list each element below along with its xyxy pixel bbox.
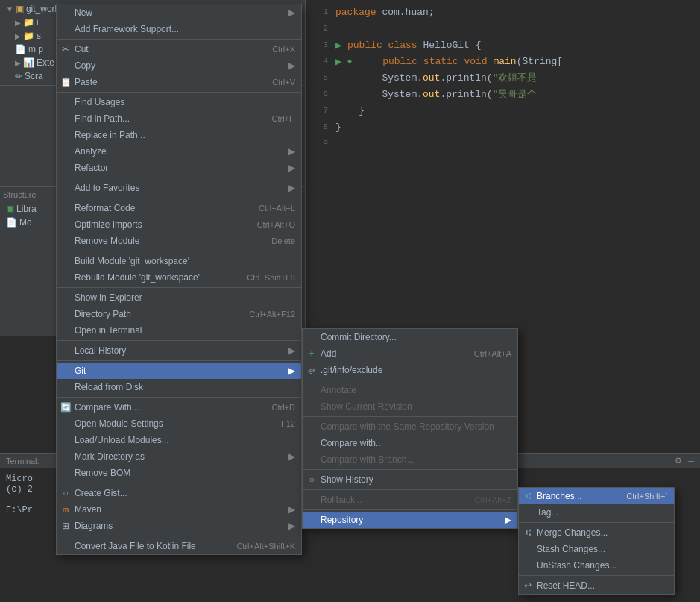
repo-label-branches: Branches... [537, 491, 582, 501]
separator-10 [57, 483, 301, 483]
code-line-9: 9 [306, 135, 700, 151]
menu-item-load-modules[interactable]: Load/Unload Modules... [57, 432, 301, 448]
menu-item-analyze[interactable]: Analyze ▶ [57, 143, 301, 160]
menu-item-local-history[interactable]: Local History ▶ [57, 342, 301, 359]
menu-label-copy: Copy [75, 60, 95, 71]
terminal-title: Terminal: [6, 457, 40, 465]
repo-menu-unstash[interactable]: UnStash Changes... [519, 557, 674, 574]
menu-item-reformat[interactable]: Reformat Code Ctrl+Alt+L [57, 200, 301, 216]
menu-item-maven[interactable]: m Maven ▶ [57, 501, 301, 518]
repo-menu-stash[interactable]: Stash Changes... [519, 541, 674, 557]
menu-label-new: New [75, 7, 92, 18]
menu-item-copy[interactable]: Copy ▶ [57, 57, 301, 74]
analyze-arrow-icon: ▶ [288, 146, 295, 157]
cut-shortcut: Ctrl+X [257, 45, 295, 54]
menu-item-module-settings[interactable]: Open Module Settings F12 [57, 416, 301, 432]
menu-label-optimize: Optimize Imports [75, 219, 142, 230]
menu-item-dir-path[interactable]: Directory Path Ctrl+Alt+F12 [57, 306, 301, 322]
paste-icon: 📋 [60, 77, 72, 87]
menu-item-remove-bom[interactable]: Remove BOM [57, 465, 301, 481]
menu-label-cut: Cut [75, 44, 89, 54]
menu-item-mark-dir[interactable]: Mark Directory as ▶ [57, 448, 301, 465]
menu-item-cut[interactable]: ✂ Cut Ctrl+X [57, 41, 301, 57]
git-menu-compare-branch: Compare with Branch... [303, 451, 517, 468]
menu-label-reformat: Reformat Code [75, 203, 135, 213]
menu-item-reload[interactable]: Reload from Disk [57, 379, 301, 395]
menu-item-add-framework[interactable]: Add Framework Support... [57, 21, 301, 37]
find-path-shortcut: Ctrl+H [257, 114, 295, 123]
git-label-annotate: Annotate [321, 385, 356, 395]
menu-label-analyze: Analyze [75, 146, 107, 157]
cut-icon: ✂ [60, 44, 72, 54]
repo-menu-branches[interactable]: ⑆ Branches... Ctrl+Shift+` [519, 488, 674, 504]
repo-label-reset: Reset HEAD... [537, 580, 595, 591]
menu-label-convert-kotlin: Convert Java File to Kotlin File [75, 541, 196, 551]
git-label-show-history: Show History [321, 474, 373, 485]
menu-item-open-terminal[interactable]: Open in Terminal [57, 322, 301, 339]
git-label-show-revision: Show Current Revision [321, 401, 412, 412]
menu-item-create-gist[interactable]: ○ Create Gist... [57, 485, 301, 501]
module-label: Mo [19, 217, 32, 228]
git-label-rollback: Rollback... [321, 495, 362, 505]
menu-label-mark-dir: Mark Directory as [75, 451, 145, 462]
repo-menu-tag[interactable]: Tag... [519, 504, 674, 521]
menu-item-rebuild-module[interactable]: Rebuild Module 'git_workspace' Ctrl+Shif… [57, 269, 301, 286]
menu-label-find-path: Find in Path... [75, 113, 130, 124]
repo-menu-merge[interactable]: ⑆ Merge Changes... [519, 524, 674, 541]
menu-item-git[interactable]: Git ▶ [57, 363, 301, 379]
tree-label-s: s [37, 31, 41, 41]
menu-item-diagrams[interactable]: ⊞ Diagrams ▶ [57, 518, 301, 534]
menu-item-build-module[interactable]: Build Module 'git_workspace' [57, 253, 301, 269]
git-menu-annotate: Annotate [303, 382, 517, 398]
menu-item-compare-with[interactable]: 🔄 Compare With... Ctrl+D [57, 399, 301, 416]
separator-2 [57, 92, 301, 93]
menu-label-dir-path: Directory Path [75, 309, 131, 319]
menu-label-remove-bom: Remove BOM [75, 468, 130, 478]
git-menu-show-revision: Show Current Revision [303, 398, 517, 415]
git-menu-show-history[interactable]: ○ Show History [303, 471, 517, 488]
branches-icon: ⑆ [522, 491, 534, 501]
optimize-shortcut: Ctrl+Alt+O [242, 220, 295, 229]
menu-item-new[interactable]: New ▶ [57, 4, 301, 21]
git-label-compare-same: Compare with the Same Repository Version [321, 421, 494, 432]
menu-label-compare-with: Compare With... [75, 402, 139, 413]
gear-icon[interactable]: ⚙ [675, 456, 682, 465]
compare-shortcut: Ctrl+D [257, 403, 295, 412]
file-icon-mp: 📄 [15, 44, 26, 54]
bookmark-icon-4: ◆ [347, 57, 356, 66]
git-separator-1 [303, 380, 517, 380]
menu-item-show-explorer[interactable]: Show in Explorer [57, 289, 301, 306]
menu-item-add-favorites[interactable]: Add to Favorites ▶ [57, 180, 301, 196]
code-line-7: 7 } [306, 102, 700, 119]
code-line-2: 2 [306, 20, 700, 37]
code-line-6: 6 System.out.println("昊哥是个 [306, 86, 700, 102]
menu-item-convert-kotlin[interactable]: Convert Java File to Kotlin File Ctrl+Al… [57, 538, 301, 554]
separator-9 [57, 397, 301, 398]
git-menu-compare-with[interactable]: Compare with... [303, 435, 517, 451]
git-menu-gitinfo[interactable]: .git .git/info/exclude [303, 362, 517, 378]
menu-item-replace-path[interactable]: Replace in Path... [57, 127, 301, 143]
rebuild-shortcut: Ctrl+Shift+F9 [232, 273, 295, 282]
menu-label-diagrams: Diagrams [75, 521, 113, 531]
git-separator-3 [303, 469, 517, 470]
repo-label-merge: Merge Changes... [537, 527, 608, 538]
separator-1 [57, 39, 301, 40]
terminal-actions: ⚙ ─ [675, 456, 694, 465]
menu-item-paste[interactable]: 📋 Paste Ctrl+V [57, 74, 301, 90]
repo-menu-reset[interactable]: ↩ Reset HEAD... [519, 577, 674, 594]
git-menu-commit[interactable]: Commit Directory... [303, 329, 517, 345]
menu-item-find-usages[interactable]: Find Usages [57, 94, 301, 110]
menu-item-remove-module[interactable]: Remove Module Delete [57, 233, 301, 249]
git-menu-repository[interactable]: Repository ▶ [303, 512, 517, 528]
git-separator-4 [303, 489, 517, 490]
menu-item-optimize[interactable]: Optimize Imports Ctrl+Alt+O [57, 216, 301, 233]
minimize-icon[interactable]: ─ [688, 457, 694, 465]
git-label-gitinfo: .git/info/exclude [321, 365, 382, 375]
menu-item-refactor[interactable]: Refactor ▶ [57, 160, 301, 176]
repository-submenu: ⑆ Branches... Ctrl+Shift+` Tag... ⑆ Merg… [518, 487, 675, 595]
paste-shortcut: Ctrl+V [257, 78, 295, 87]
menu-item-find-path[interactable]: Find in Path... Ctrl+H [57, 110, 301, 127]
git-separator-5 [303, 509, 517, 510]
git-menu-add[interactable]: + Add Ctrl+Alt+A [303, 345, 517, 362]
menu-label-git: Git [75, 366, 86, 376]
